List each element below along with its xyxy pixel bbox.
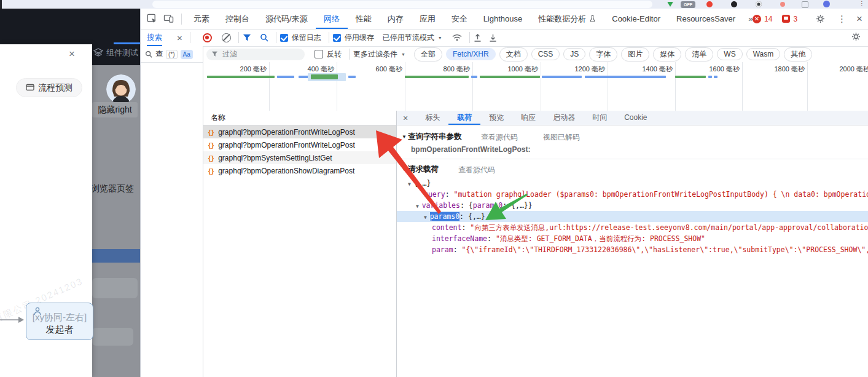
search-close-icon[interactable]: × <box>177 33 182 43</box>
filter-pill-css[interactable]: CSS <box>531 48 560 60</box>
settings-gear-icon[interactable] <box>816 14 825 23</box>
filter-pill--[interactable]: 媒体 <box>653 47 681 62</box>
profile-avatar[interactable] <box>823 1 830 7</box>
devtools-tab-2[interactable]: 源代码/来源 <box>257 9 316 29</box>
filter-pill-js[interactable]: JS <box>563 48 585 60</box>
devtools-tab-7[interactable]: 安全 <box>444 9 475 29</box>
devtools-tab-4[interactable]: 性能 <box>348 9 380 29</box>
filter-pill--[interactable]: 其他 <box>784 47 812 62</box>
filter-pill--[interactable]: 字体 <box>589 47 617 62</box>
filter-funnel-icon[interactable] <box>243 34 251 42</box>
payload-tree-row-0[interactable]: ▼ {,…} <box>397 178 868 189</box>
issues-icon[interactable] <box>782 15 790 23</box>
name-column-header: 名称 <box>211 113 225 123</box>
view-source-link[interactable]: 查看源代码 <box>481 132 518 143</box>
filter-pill-fetch-xhr[interactable]: Fetch/XHR <box>446 48 496 60</box>
address-bar[interactable] <box>152 1 652 8</box>
detail-tab-3[interactable]: 响应 <box>512 111 544 125</box>
payload-tree-row-5[interactable]: interfaceName: "消息类型: GET_FORM_DATA，当前流程… <box>397 233 868 244</box>
devtools-tab-6[interactable]: 应用 <box>412 9 444 29</box>
query-string-section-header[interactable]: ▼ 查询字符串参数 <box>402 132 461 142</box>
devtools-tab-5[interactable]: 内存 <box>380 9 412 29</box>
detail-close-icon[interactable]: × <box>403 113 408 123</box>
timeline-tick-label: 1400 毫秒 <box>642 65 673 74</box>
view-source-link[interactable]: 查看源代码 <box>458 165 495 175</box>
request-name: graphql?bpmOperationShowDiagramPost <box>218 167 354 175</box>
devtools-tab-11[interactable]: ResourcesSaver <box>668 9 743 29</box>
throttling-select[interactable]: 已停用节流模式 <box>383 33 434 43</box>
preserve-log-checkbox[interactable] <box>280 34 288 42</box>
extension-icon[interactable] <box>731 1 737 7</box>
invert-checkbox[interactable] <box>315 50 323 58</box>
filter-pill-ws[interactable]: WS <box>717 48 742 60</box>
payload-tree-row-1[interactable]: query: "mutation graphqlLoader ($params0… <box>397 189 868 200</box>
payload-tree-row-4[interactable]: content: "向第三方表单发送消息,url:https://release… <box>397 222 868 233</box>
network-conditions-icon[interactable] <box>452 34 462 41</box>
detail-tab-5[interactable]: 时间 <box>584 111 616 125</box>
devtools-tab-10[interactable]: Cookie-Editor <box>604 9 668 29</box>
close-icon[interactable]: × <box>69 48 75 60</box>
devtools-tab-1[interactable]: 控制台 <box>217 9 257 29</box>
more-filters-button[interactable]: 更多过滤条件 <box>353 49 397 60</box>
request-payload-section-header[interactable]: ▼ 请求载荷 <box>402 164 439 175</box>
timeline-tick-label: 1000 毫秒 <box>507 65 538 74</box>
network-timeline-overview[interactable]: 200 毫秒400 毫秒600 毫秒800 毫秒1000 毫秒1200 毫秒14… <box>203 62 868 111</box>
extension-icon[interactable] <box>706 1 713 7</box>
detail-tab-4[interactable]: 启动器 <box>544 111 584 125</box>
network-settings-gear-icon[interactable] <box>851 32 861 41</box>
search-tab[interactable]: 搜索 <box>147 29 162 46</box>
import-har-icon[interactable] <box>489 34 497 42</box>
tree-segment-plain: : <box>453 245 462 254</box>
extension-icon[interactable] <box>780 2 785 7</box>
request-row-0[interactable]: {}graphql?bpmOperationFrontWriteLogPost <box>203 125 396 138</box>
devtools-tab-3[interactable]: 网络 <box>316 9 348 29</box>
inspect-element-icon[interactable] <box>147 14 157 24</box>
filter-pill--[interactable]: 清单 <box>685 47 713 62</box>
request-list-header[interactable]: 名称 <box>203 111 396 125</box>
extension-icon[interactable] <box>756 1 762 7</box>
devtools-menu-icon[interactable]: ⋮ <box>837 14 846 25</box>
filter-pill--[interactable]: 全部 <box>414 47 442 62</box>
payload-tree-row-6[interactable]: param: "{\"iframeId\":\"THIRDFORM_173312… <box>397 244 868 255</box>
devtools-close-icon[interactable]: × <box>856 13 862 25</box>
filter-pill-wasm[interactable]: Wasm <box>746 48 781 60</box>
request-row-2[interactable]: {}graphql?bpmSystemSettingListGet <box>203 151 396 164</box>
view-decoded-link[interactable]: 视图已解码 <box>543 132 580 143</box>
detail-tab-1[interactable]: 载荷 <box>448 111 480 125</box>
extension-icon[interactable] <box>802 1 808 8</box>
request-detail-pane: × 标头载荷预览响应启动器时间Cookie ▼ 查询字符串参数 查看源代码 视图… <box>397 111 868 377</box>
disable-cache-checkbox[interactable] <box>333 34 341 42</box>
clear-network-log-icon[interactable] <box>222 33 231 42</box>
browser-menu-icon[interactable]: ⋮ <box>859 0 865 7</box>
export-har-icon[interactable] <box>474 34 482 42</box>
record-button[interactable] <box>203 33 212 42</box>
component-test-menu[interactable]: 组件测试 <box>93 47 140 59</box>
devtools-tab-8[interactable]: Lighthouse <box>475 9 531 29</box>
filter-input-field[interactable] <box>221 49 291 59</box>
detail-tab-6[interactable]: Cookie <box>616 111 655 125</box>
payload-tree-row-3[interactable]: ▼ params0: {,…} <box>397 211 868 222</box>
search-query-text[interactable]: 查 <box>155 49 163 60</box>
device-toolbar-icon[interactable] <box>163 14 174 23</box>
devtools-tab-0[interactable]: 元素 <box>186 9 217 29</box>
request-row-3[interactable]: {}graphql?bpmOperationShowDiagramPost <box>203 164 396 177</box>
flow-node-initiator[interactable]: [xy协同-左右] 发起者 <box>26 303 93 340</box>
detail-tab-2[interactable]: 预览 <box>480 111 512 125</box>
filter-pill--[interactable]: 文档 <box>499 47 528 62</box>
detail-tab-0[interactable]: 标头 <box>416 111 448 125</box>
extension-download-icon[interactable] <box>667 2 673 7</box>
devtools-tab-9[interactable]: 性能数据分析 <box>530 9 604 29</box>
extension-off-badge[interactable]: OFF <box>681 1 695 8</box>
regex-toggle[interactable]: (*) <box>166 50 178 59</box>
dimmed-primary-button[interactable] <box>92 249 140 263</box>
request-row-1[interactable]: {}graphql?bpmOperationFrontWriteLogPost <box>203 138 396 151</box>
flow-predict-button[interactable]: 流程预测 <box>16 78 82 97</box>
filter-pill--[interactable]: 图片 <box>621 47 649 62</box>
hide-right-button[interactable]: 隐藏right <box>92 102 138 117</box>
user-avatar[interactable] <box>106 74 136 104</box>
match-case-toggle[interactable]: Aa <box>181 50 193 59</box>
search-icon[interactable] <box>260 33 268 42</box>
filter-input[interactable] <box>206 49 305 60</box>
error-badge-icon[interactable]: ✕ <box>753 15 761 23</box>
payload-tree-row-2[interactable]: ▼ variables: {params0: {,…}} <box>397 200 868 211</box>
